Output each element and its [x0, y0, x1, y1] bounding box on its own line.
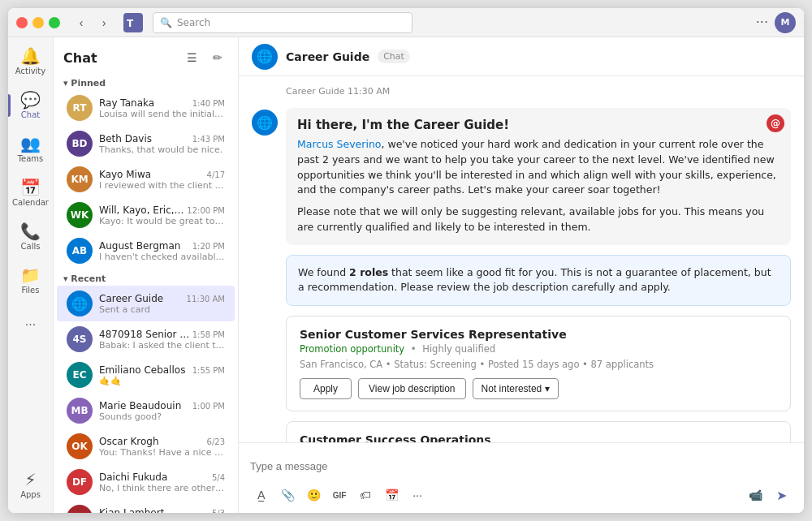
window-controls [16, 17, 60, 28]
svg-text:T: T [127, 18, 134, 29]
view-jd-button-1[interactable]: View job description [358, 378, 466, 399]
sidebar-item-chat[interactable]: 💬 Chat [11, 84, 50, 127]
chat-list-panel: Chat ☰ ✏ ▾ Pinned RT Ray Tanaka 1:40 P [54, 37, 239, 513]
chat-item-daichi[interactable]: DF Daichi Fukuda 5/4 No, I think there a… [57, 464, 235, 500]
user-avatar[interactable]: M [775, 12, 796, 33]
job-meta-1: San Francisco, CA • Status: Screening • … [300, 359, 777, 370]
chat-item-info: August Bergman 1:20 PM I haven't checked… [99, 240, 225, 262]
chat-item-4870918[interactable]: 4S 4870918 Senior Manager... 1:58 PM Bab… [57, 321, 235, 357]
sidebar-apps: ⚡ Apps [11, 464, 50, 506]
avatar-beth-davis: BD [67, 131, 93, 157]
pinned-section-header[interactable]: ▾ Pinned [54, 73, 238, 90]
chat-item-kayo-miwa[interactable]: KM Kayo Miwa 4/17 I reviewed with the cl… [57, 161, 235, 197]
search-icon: 🔍 [160, 17, 172, 28]
chat-item-info: Will, Kayo, Eric, +2 12:00 PM Kayo: It w… [99, 205, 225, 226]
title-bar-right: ··· M [756, 12, 796, 33]
chat-item-august-bergman[interactable]: AB August Bergman 1:20 PM I haven't chec… [57, 233, 235, 269]
main-layout: 🔔 Activity 💬 Chat 👥 Teams 📅 Calendar 📞 C… [8, 37, 804, 513]
format-button[interactable]: A̲ [250, 484, 273, 506]
job-title-1: Senior Customer Services Representative [300, 328, 777, 341]
app-window: ‹ › T 🔍 Search ··· M 🔔 Activity [8, 8, 804, 513]
sidebar: 🔔 Activity 💬 Chat 👥 Teams 📅 Calendar 📞 C… [8, 37, 54, 513]
attach-button[interactable]: 📎 [276, 484, 299, 506]
apply-button-1[interactable]: Apply [300, 378, 352, 399]
nav-buttons: ‹ › [71, 13, 114, 32]
sidebar-label-activity: Activity [15, 67, 45, 75]
sticker-button[interactable]: 🏷 [354, 484, 377, 506]
chat-header-tag: Chat [378, 50, 410, 63]
chat-item-emiliano[interactable]: EC Emiliano Ceballos 1:55 PM 🤙🤙 [57, 357, 235, 393]
activity-icon: 🔔 [20, 48, 41, 64]
search-bar[interactable]: 🔍 Search [153, 12, 412, 33]
more-tools-button[interactable]: ··· [406, 484, 429, 506]
chat-item-career-guide[interactable]: 🌐 Career Guide 11:30 AM Sent a card [57, 286, 235, 321]
chat-main-area: 🌐 Career Guide Chat Career Guide 11:30 A… [239, 37, 804, 513]
not-interested-button-1[interactable]: Not interested ▾ [473, 378, 559, 399]
chat-list-actions: ☰ ✏ [181, 47, 228, 68]
message-greeting: Hi there, I'm the Career Guide! [297, 118, 780, 132]
back-button[interactable]: ‹ [71, 13, 91, 32]
chat-item-info: 4870918 Senior Manager... 1:58 PM Babak:… [99, 329, 225, 351]
messages-area: Career Guide 11:30 AM 🌐 Hi there, I'm th… [239, 76, 804, 442]
chat-item-oscar[interactable]: OK Oscar Krogh 6/23 You: Thanks! Have a … [57, 428, 235, 464]
search-placeholder: Search [177, 17, 210, 28]
chat-item-kian[interactable]: KL Kian Lambert 5/3 Have you run this by… [57, 500, 235, 513]
minimize-button[interactable] [32, 17, 44, 28]
message-body: Marcus Severino, we've noticed your hard… [297, 137, 780, 198]
apps-icon: ⚡ [24, 471, 36, 488]
maximize-button[interactable] [49, 17, 60, 28]
filter-button[interactable]: ☰ [181, 47, 202, 68]
chat-item-beth-davis[interactable]: BD Beth Davis 1:43 PM Thanks, that would… [57, 126, 235, 161]
close-button[interactable] [16, 17, 28, 28]
sidebar-item-calls[interactable]: 📞 Calls [11, 216, 50, 258]
forward-button[interactable]: › [94, 13, 114, 32]
message-input[interactable] [250, 451, 793, 480]
new-chat-button[interactable]: ✏ [207, 47, 228, 68]
chat-item-marie[interactable]: MB Marie Beaudouin 1:00 PM Sounds good? [57, 393, 235, 428]
chat-item-info: Beth Davis 1:43 PM Thanks, that would be… [99, 133, 225, 155]
sidebar-item-calendar[interactable]: 📅 Calendar [11, 172, 50, 214]
sidebar-item-teams[interactable]: 👥 Teams [11, 128, 50, 170]
chat-icon: 💬 [20, 92, 41, 108]
sidebar-item-more[interactable]: ··· [11, 304, 50, 346]
message-input-area: A̲ 📎 🙂 GIF 🏷 📅 ··· 📹 ➤ [239, 442, 804, 513]
mention-icon: @ [767, 114, 784, 132]
sidebar-item-apps[interactable]: ⚡ Apps [11, 464, 50, 506]
recent-section-header[interactable]: ▾ Recent [54, 269, 238, 286]
roles-info-box: We found 2 roles that seem like a good f… [286, 255, 791, 307]
avatar-kian: KL [67, 505, 93, 513]
message-bubble: Hi there, I'm the Career Guide! Marcus S… [286, 108, 791, 245]
sidebar-item-activity[interactable]: 🔔 Activity [11, 41, 50, 83]
meet-button[interactable]: 📹 [744, 484, 767, 506]
chat-item-ray-tanaka[interactable]: RT Ray Tanaka 1:40 PM Louisa will send t… [57, 90, 235, 126]
avatar-august-bergman: AB [67, 238, 93, 264]
chat-item-info: Ray Tanaka 1:40 PM Louisa will send the … [99, 97, 225, 119]
send-button[interactable]: ➤ [770, 484, 793, 506]
avatar-will-group: WK [67, 202, 93, 228]
sidebar-label-files: Files [22, 286, 40, 295]
sidebar-label-chat: Chat [21, 110, 40, 119]
more-options-icon[interactable]: ··· [756, 15, 768, 30]
message-note: Please note that we will only be suggest… [297, 205, 780, 235]
emoji-button[interactable]: 🙂 [302, 484, 325, 506]
avatar-ray-tanaka: RT [67, 95, 93, 121]
chat-item-will-group[interactable]: WK Will, Kayo, Eric, +2 12:00 PM Kayo: I… [57, 197, 235, 233]
job-title-2: Customer Success Operations [300, 433, 777, 442]
files-icon: 📁 [20, 267, 41, 283]
chat-list-header: Chat ☰ ✏ [54, 37, 238, 73]
message-row-main: 🌐 Hi there, I'm the Career Guide! Marcus… [252, 108, 791, 245]
chat-item-info: Emiliano Ceballos 1:55 PM 🤙🤙 [99, 364, 225, 386]
chat-item-info: Daichi Fukuda 5/4 No, I think there are … [99, 471, 225, 493]
schedule-button[interactable]: 📅 [380, 484, 403, 506]
gif-button[interactable]: GIF [328, 484, 351, 506]
chat-header-avatar: 🌐 [252, 44, 278, 70]
sidebar-label-calls: Calls [21, 242, 41, 251]
toolbar-right: 📹 ➤ [744, 484, 793, 506]
chat-items-scroll: ▾ Pinned RT Ray Tanaka 1:40 PM Louisa wi… [54, 73, 238, 513]
sidebar-item-files[interactable]: 📁 Files [11, 260, 50, 302]
roles-bold: 2 roles [349, 266, 388, 278]
chat-item-info: Kayo Miwa 4/17 I reviewed with the clien… [99, 169, 225, 191]
chat-list-title: Chat [63, 50, 97, 66]
avatar-4870918: 4S [67, 326, 93, 352]
job-card-1: Senior Customer Services Representative … [286, 316, 791, 411]
